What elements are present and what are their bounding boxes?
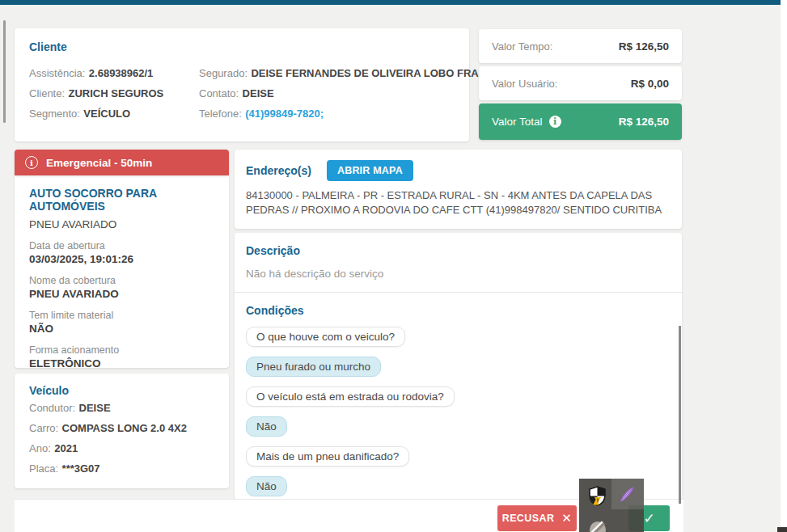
telefone-link[interactable]: (41)99849-7820;: [245, 108, 324, 120]
condition-answer-bubble: Não: [246, 416, 287, 437]
service-subtitle: PNEU AVARIADO: [29, 218, 214, 230]
section-divider: [235, 292, 682, 293]
emergency-banner: i Emergencial - 50min: [15, 150, 229, 175]
condutor-label: Condutor:: [29, 402, 75, 414]
cliente-col-2: Segurado: DEISE FERNANDES DE OLIVEIRA LO…: [199, 62, 502, 123]
valor-usuario-label: Valor Usuário:: [492, 78, 557, 90]
conditions-list: O que houve com o veiculo? Pneu furado o…: [246, 317, 671, 496]
vehicle-title: Veículo: [29, 384, 214, 397]
disabled-slashed-icon[interactable]: [588, 520, 607, 532]
top-accent-bar: [0, 0, 781, 5]
cliente-value: ZURICH SEGUROS: [69, 87, 164, 99]
carro-label: Carro:: [29, 422, 58, 434]
service-assistance-screen: { "colors": { "topbar": "#115b7e", "titl…: [0, 0, 787, 532]
security-shield-warning-icon[interactable]: [588, 486, 607, 506]
condition-answer-bubble: Não: [246, 476, 287, 496]
telefone-label: Telefone:: [199, 108, 242, 120]
left-scrollbar-thumb[interactable]: [3, 20, 6, 123]
valor-total-row: Valor Total i R$ 126,50: [479, 103, 682, 140]
cliente-label: Cliente:: [29, 87, 65, 99]
taskbar-corner-fragment: [777, 527, 787, 532]
open-map-button[interactable]: ABRIR MAPA: [327, 160, 413, 181]
address-text: 84130000 - PALMEIRA - PR - ESTRADA RURAL…: [246, 188, 671, 217]
valor-total-label: Valor Total: [492, 116, 543, 128]
valor-usuario-row: Valor Usuário: R$ 0,00: [479, 66, 682, 100]
condition-question-bubble: O que houve com o veiculo?: [246, 327, 405, 347]
vehicle-card: Veículo Condutor: DEISE Carro: COMPASS L…: [15, 374, 229, 488]
limite-material-value: NÃO: [29, 323, 214, 335]
condition-question-bubble: O veículo está em estrada ou rodovia?: [246, 386, 455, 407]
description-conditions-card: Descrição Não há descrição do serviço Co…: [235, 233, 682, 500]
cobertura-value: PNEU AVARIADO: [29, 288, 214, 300]
segurado-label: Segurado:: [199, 67, 248, 79]
conditions-scrollbar-thumb[interactable]: [679, 326, 681, 504]
data-abertura-label: Data de abertura: [29, 240, 214, 251]
address-title: Endereço(s): [246, 164, 311, 177]
close-x-icon: ✕: [561, 511, 572, 526]
segmento-label: Segmento:: [29, 108, 80, 120]
placa-label: Placa:: [29, 462, 58, 475]
assistencia-value: 2.68938962/1: [89, 67, 154, 79]
ano-value: 2021: [54, 442, 78, 454]
conditions-title: Condições: [246, 304, 671, 317]
valor-tempo-label: Valor Tempo:: [492, 40, 552, 53]
recusar-button[interactable]: RECUSAR ✕: [497, 505, 577, 531]
service-title: AUTO SOCORRO PARA AUTOMÓVEIS: [29, 187, 214, 213]
contato-label: Contato:: [199, 87, 239, 99]
description-title: Descrição: [246, 244, 671, 257]
forma-acionamento-value: ELETRÔNICO: [29, 357, 214, 369]
system-tray-overlay: [579, 479, 644, 532]
description-empty-text: Não há descrição do serviço: [246, 268, 671, 280]
valor-tempo-value: R$ 126,50: [619, 40, 669, 53]
ano-label: Ano:: [29, 442, 51, 454]
purple-feather-icon[interactable]: [618, 485, 637, 504]
segurado-value: DEISE FERNANDES DE OLIVEIRA LOBO FRANCO: [251, 67, 501, 79]
cliente-fields: Assistência: 2.68938962/1 Cliente: ZURIC…: [29, 62, 455, 123]
cliente-card: Cliente Assistência: 2.68938962/1 Client…: [15, 28, 469, 141]
carro-value: COMPASS LONG 2.0 4X2: [62, 422, 187, 434]
info-circle-icon: i: [25, 156, 38, 169]
placa-value: ***3G07: [62, 462, 100, 475]
address-card: Endereço(s) ABRIR MAPA 84130000 - PALMEI…: [235, 150, 682, 229]
forma-acionamento-label: Forma acionamento: [29, 344, 214, 356]
condition-answer-bubble: Pneu furado ou murcho: [246, 357, 381, 377]
condutor-value: DEISE: [79, 402, 111, 414]
cliente-title: Cliente: [29, 40, 455, 53]
condition-question-bubble: Mais de um pneu danificado?: [246, 446, 409, 467]
right-edge-strip: [781, 0, 787, 532]
assistencia-label: Assistência:: [29, 67, 85, 79]
cliente-col-1: Assistência: 2.68938962/1 Cliente: ZURIC…: [29, 62, 196, 123]
checkmark-icon: ✓: [643, 510, 654, 526]
recusar-label: RECUSAR: [502, 513, 555, 524]
valor-tempo-row: Valor Tempo: R$ 126,50: [479, 29, 682, 63]
segmento-value: VEÍCULO: [83, 108, 130, 120]
data-abertura-value: 03/03/2025, 19:01:26: [29, 253, 214, 265]
limite-material-label: Tem limite material: [29, 310, 214, 321]
contato-value: DEISE: [243, 87, 274, 99]
info-icon[interactable]: i: [549, 116, 561, 128]
valor-total-value: R$ 126,50: [619, 116, 669, 128]
service-card: AUTO SOCORRO PARA AUTOMÓVEIS PNEU AVARIA…: [15, 175, 229, 368]
valor-usuario-value: R$ 0,00: [631, 78, 669, 90]
emergency-label: Emergencial - 50min: [46, 157, 152, 169]
cobertura-label: Nome da cobertura: [29, 275, 214, 286]
